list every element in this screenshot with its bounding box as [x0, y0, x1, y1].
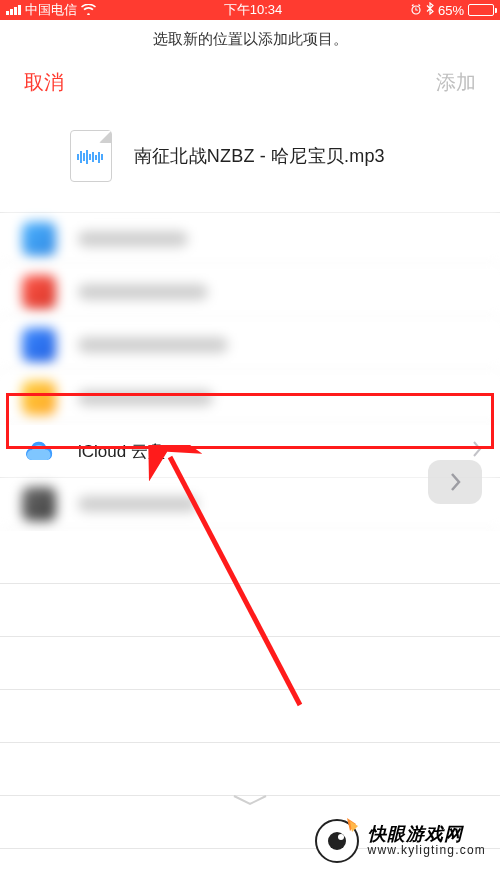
- instruction-text: 选取新的位置以添加此项目。: [0, 20, 500, 63]
- list-item-label: [78, 496, 198, 512]
- file-preview: 南征北战NZBZ - 哈尼宝贝.mp3: [0, 104, 500, 213]
- bluetooth-icon: [426, 2, 434, 18]
- list-item-empty: [0, 584, 500, 637]
- watermark-title: 快眼游戏网: [368, 825, 486, 845]
- list-item-label: [78, 390, 213, 406]
- list-item-label: [78, 284, 208, 300]
- app-icon: [22, 222, 56, 256]
- location-list: iCloud 云盘: [0, 213, 500, 849]
- battery-percent: 65%: [438, 3, 464, 18]
- status-bar: 中国电信 下午10:34 65%: [0, 0, 500, 20]
- chevron-right-icon: [473, 441, 482, 461]
- app-icon: [22, 381, 56, 415]
- chevron-down-icon: [230, 794, 270, 812]
- cancel-button[interactable]: 取消: [24, 69, 64, 96]
- chevron-right-icon[interactable]: [428, 460, 482, 504]
- list-item-label: [78, 337, 228, 353]
- list-item[interactable]: [0, 372, 500, 425]
- svg-point-3: [338, 834, 344, 840]
- list-item-empty: [0, 531, 500, 584]
- status-bar-left: 中国电信: [6, 1, 96, 19]
- list-item-empty: [0, 690, 500, 743]
- alarm-icon: [410, 3, 422, 18]
- svg-point-2: [328, 832, 346, 850]
- list-item[interactable]: [0, 266, 500, 319]
- list-item-label: iCloud 云盘: [78, 440, 473, 463]
- app-icon: [22, 275, 56, 309]
- list-item[interactable]: [0, 319, 500, 372]
- file-name-label: 南征北战NZBZ - 哈尼宝贝.mp3: [134, 144, 385, 168]
- list-item-empty: [0, 637, 500, 690]
- status-bar-right: 65%: [410, 2, 494, 18]
- status-bar-time: 下午10:34: [224, 1, 283, 19]
- audio-file-icon: [70, 130, 112, 182]
- watermark-url: www.kyligting.com: [368, 844, 486, 857]
- nav-bar: 取消 添加: [0, 63, 500, 104]
- signal-icon: [6, 5, 21, 15]
- add-button[interactable]: 添加: [436, 69, 476, 96]
- wifi-icon: [81, 3, 96, 18]
- icloud-icon: [22, 434, 56, 468]
- carrier-label: 中国电信: [25, 1, 77, 19]
- list-item-label: [78, 231, 188, 247]
- list-item-empty: [0, 743, 500, 796]
- watermark: 快眼游戏网 www.kyligting.com: [314, 818, 486, 864]
- app-icon: [22, 487, 56, 521]
- app-icon: [22, 328, 56, 362]
- list-item[interactable]: [0, 478, 500, 531]
- battery-icon: [468, 4, 494, 16]
- watermark-logo-icon: [314, 818, 360, 864]
- list-item-icloud[interactable]: iCloud 云盘: [0, 425, 500, 478]
- list-item[interactable]: [0, 213, 500, 266]
